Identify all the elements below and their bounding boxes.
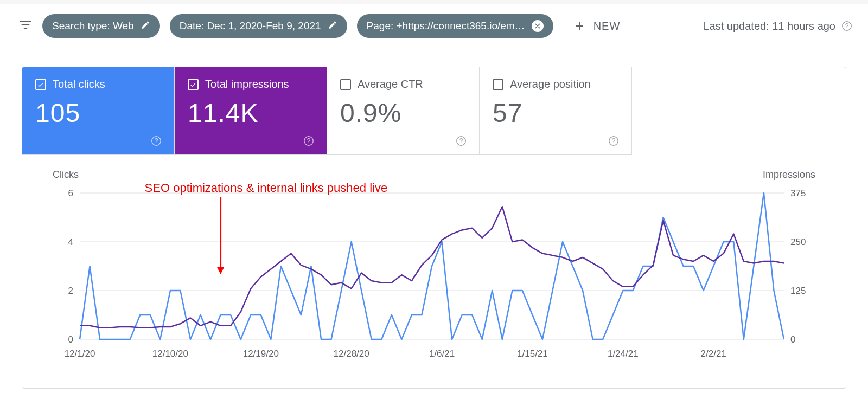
svg-text:125: 125 <box>790 286 806 296</box>
last-updated: Last updated: 11 hours ago ? <box>703 20 853 33</box>
metric-value: 57 <box>493 98 618 128</box>
metric-average-ctr[interactable]: Average CTR 0.9% ? <box>327 67 480 155</box>
svg-text:1/15/21: 1/15/21 <box>517 349 548 359</box>
help-icon[interactable]: ? <box>608 135 620 147</box>
last-updated-text: Last updated: 11 hours ago <box>703 20 835 33</box>
performance-chart: 0246012525037512/1/2012/10/2012/19/2012/… <box>53 171 816 366</box>
help-icon[interactable]: ? <box>150 135 162 147</box>
svg-text:?: ? <box>845 22 849 30</box>
chip-page[interactable]: Page: +https://connect365.io/em… <box>357 14 553 38</box>
annotation-text: SEO optimizations & internal links pushe… <box>145 181 388 195</box>
metric-value: 11.4K <box>188 98 314 128</box>
chip-search-type[interactable]: Search type: Web <box>42 14 160 38</box>
new-label: NEW <box>593 20 621 33</box>
svg-text:6: 6 <box>68 188 73 198</box>
svg-text:?: ? <box>307 137 311 145</box>
svg-text:?: ? <box>612 137 616 145</box>
plus-icon <box>573 20 586 33</box>
metric-label: Total clicks <box>53 78 105 91</box>
right-axis-title: Impressions <box>763 169 815 181</box>
close-icon[interactable] <box>532 20 544 32</box>
metric-value: 0.9% <box>340 98 466 128</box>
left-axis-title: Clicks <box>53 169 79 181</box>
help-icon[interactable]: ? <box>455 135 467 147</box>
svg-text:12/19/20: 12/19/20 <box>243 349 279 359</box>
metric-label: Total impressions <box>205 78 289 91</box>
svg-text:?: ? <box>155 137 158 145</box>
help-icon[interactable]: ? <box>841 20 853 32</box>
filter-icon[interactable] <box>18 18 33 34</box>
svg-text:0: 0 <box>68 334 73 345</box>
help-icon[interactable]: ? <box>303 135 315 147</box>
svg-text:2/2/21: 2/2/21 <box>701 349 726 359</box>
metric-label: Average CTR <box>358 78 423 91</box>
chip-label: Date: Dec 1, 2020-Feb 9, 2021 <box>180 20 321 32</box>
chip-label: Page: +https://connect365.io/em… <box>367 20 525 32</box>
svg-text:250: 250 <box>790 237 806 247</box>
svg-text:375: 375 <box>790 188 806 198</box>
edit-icon[interactable] <box>141 20 150 33</box>
svg-text:4: 4 <box>68 237 73 247</box>
performance-card: Total clicks 105 ? Total impressions 11.… <box>22 67 846 389</box>
svg-text:?: ? <box>459 137 463 145</box>
chip-date[interactable]: Date: Dec 1, 2020-Feb 9, 2021 <box>170 14 347 38</box>
new-filter-button[interactable]: NEW <box>573 20 621 33</box>
chip-label: Search type: Web <box>52 20 134 32</box>
filter-bar: Search type: Web Date: Dec 1, 2020-Feb 9… <box>0 4 868 50</box>
checkbox-unchecked-icon <box>340 79 351 90</box>
svg-text:12/1/20: 12/1/20 <box>65 349 95 359</box>
svg-text:0: 0 <box>790 334 795 345</box>
metric-row: Total clicks 105 ? Total impressions 11.… <box>22 67 846 155</box>
metric-total-clicks[interactable]: Total clicks 105 ? <box>22 67 175 155</box>
edit-icon[interactable] <box>328 20 337 33</box>
svg-text:2: 2 <box>68 286 73 296</box>
metric-value: 105 <box>35 98 161 128</box>
svg-text:1/6/21: 1/6/21 <box>429 349 455 359</box>
checkbox-checked-icon <box>188 79 199 90</box>
metric-average-position[interactable]: Average position 57 ? <box>480 67 632 155</box>
svg-text:1/24/21: 1/24/21 <box>608 349 639 359</box>
svg-text:12/10/20: 12/10/20 <box>152 349 188 359</box>
checkbox-checked-icon <box>35 79 46 90</box>
metric-total-impressions[interactable]: Total impressions 11.4K ? <box>175 67 327 155</box>
metric-label: Average position <box>510 78 591 91</box>
svg-text:12/28/20: 12/28/20 <box>334 349 369 359</box>
checkbox-unchecked-icon <box>493 79 503 90</box>
